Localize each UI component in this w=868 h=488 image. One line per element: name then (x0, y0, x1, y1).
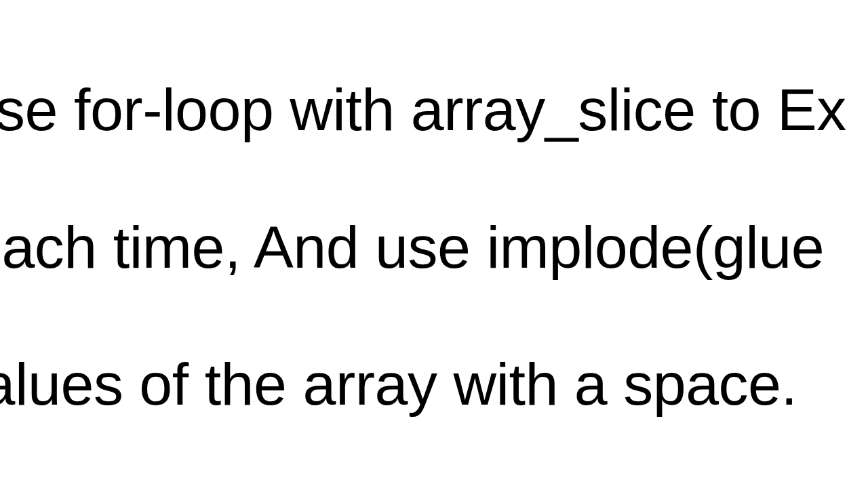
document-text-block: Use for-loop with array_slice to Ex each… (0, 7, 868, 488)
text-line-2: each time, And use implode(glue (0, 213, 868, 281)
text-line-1: Use for-loop with array_slice to Ex (0, 75, 868, 144)
text-line-3: values of the array with a space. (0, 350, 868, 418)
